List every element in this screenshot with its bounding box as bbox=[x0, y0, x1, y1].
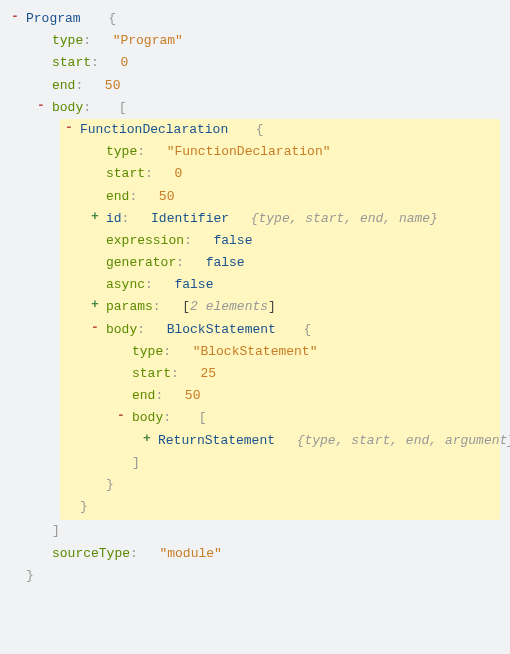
expand-icon[interactable]: + bbox=[88, 296, 102, 314]
node-function-declaration[interactable]: - FunctionDeclaration { type: bbox=[62, 119, 498, 518]
prop-start[interactable]: start: 0 bbox=[34, 52, 504, 74]
close-bracket: ] bbox=[52, 523, 60, 538]
prop-body[interactable]: - body: [ - FunctionDeclaration { bbox=[34, 97, 504, 543]
prop-value: 50 bbox=[105, 78, 121, 93]
prop-expression[interactable]: expression: false bbox=[88, 230, 498, 252]
collapse-icon[interactable]: - bbox=[114, 407, 128, 425]
type-label: ReturnStatement bbox=[158, 433, 275, 448]
type-label: Program bbox=[26, 11, 81, 26]
close-brace: } bbox=[26, 568, 34, 583]
prop-key: end bbox=[106, 189, 129, 204]
expand-icon[interactable]: + bbox=[88, 208, 102, 226]
prop-body-block[interactable]: - body: BlockStatement { bbox=[88, 319, 498, 497]
prop-value: false bbox=[206, 255, 245, 270]
prop-value: "BlockStatement" bbox=[193, 344, 318, 359]
prop-body-array[interactable]: - body: [ bbox=[114, 407, 498, 474]
prop-value: "module" bbox=[159, 546, 221, 561]
prop-value: 50 bbox=[185, 388, 201, 403]
collapsed-summary: {type, start, end, name} bbox=[251, 211, 438, 226]
collapse-icon[interactable]: - bbox=[62, 119, 76, 137]
type-label: Identifier bbox=[151, 211, 229, 226]
open-brace: { bbox=[108, 11, 116, 26]
close-brace: } bbox=[106, 477, 114, 492]
prop-async[interactable]: async: false bbox=[88, 274, 498, 296]
prop-key: sourceType bbox=[52, 546, 130, 561]
prop-key: type bbox=[52, 33, 83, 48]
prop-key: start bbox=[52, 55, 91, 70]
collapse-icon[interactable]: - bbox=[8, 8, 22, 26]
prop-key: params bbox=[106, 299, 153, 314]
prop-end[interactable]: end: 50 bbox=[88, 186, 498, 208]
prop-id[interactable]: + id: Identifier {type, start, end, name… bbox=[88, 208, 498, 230]
prop-start[interactable]: start: 25 bbox=[114, 363, 498, 385]
prop-key: expression bbox=[106, 233, 184, 248]
close-brace-row: } bbox=[80, 496, 498, 518]
ast-tree: - Program { type: "Program" start: 0 bbox=[0, 0, 510, 595]
prop-value: 25 bbox=[200, 366, 216, 381]
close-bracket-row: ] bbox=[132, 452, 498, 474]
collapse-icon[interactable]: - bbox=[34, 97, 48, 115]
expand-icon[interactable]: + bbox=[140, 430, 154, 448]
node-program[interactable]: - Program { type: "Program" start: 0 bbox=[8, 8, 504, 587]
prop-key: body bbox=[106, 322, 137, 337]
prop-key: start bbox=[132, 366, 171, 381]
prop-key: body bbox=[132, 410, 163, 425]
close-brace: } bbox=[80, 499, 88, 514]
prop-key: end bbox=[132, 388, 155, 403]
highlighted-node: - FunctionDeclaration { type: bbox=[60, 119, 500, 520]
close-bracket: ] bbox=[132, 455, 140, 470]
open-brace: { bbox=[256, 122, 264, 137]
prop-type[interactable]: type: "BlockStatement" bbox=[114, 341, 498, 363]
open-bracket: [ bbox=[182, 299, 190, 314]
prop-end[interactable]: end: 50 bbox=[114, 385, 498, 407]
prop-value: 0 bbox=[120, 55, 128, 70]
prop-key: type bbox=[106, 144, 137, 159]
prop-key: async bbox=[106, 277, 145, 292]
prop-source-type[interactable]: sourceType: "module" bbox=[34, 543, 504, 565]
open-bracket: [ bbox=[119, 100, 127, 115]
prop-key: generator bbox=[106, 255, 176, 270]
type-label: BlockStatement bbox=[167, 322, 276, 337]
prop-type[interactable]: type: "Program" bbox=[34, 30, 504, 52]
prop-key: end bbox=[52, 78, 75, 93]
type-label: FunctionDeclaration bbox=[80, 122, 228, 137]
prop-value: "FunctionDeclaration" bbox=[167, 144, 331, 159]
prop-value: 50 bbox=[159, 189, 175, 204]
open-brace: { bbox=[304, 322, 312, 337]
collapsed-summary: 2 elements bbox=[190, 299, 268, 314]
prop-value: "Program" bbox=[113, 33, 183, 48]
prop-start[interactable]: start: 0 bbox=[88, 163, 498, 185]
collapsed-summary: {type, start, end, argument} bbox=[297, 433, 510, 448]
prop-value: 0 bbox=[174, 166, 182, 181]
prop-params[interactable]: + params: [2 elements] bbox=[88, 296, 498, 318]
collapse-icon[interactable]: - bbox=[88, 319, 102, 337]
prop-value: false bbox=[174, 277, 213, 292]
open-bracket: [ bbox=[199, 410, 207, 425]
prop-key: start bbox=[106, 166, 145, 181]
prop-generator[interactable]: generator: false bbox=[88, 252, 498, 274]
close-brace-row: } bbox=[106, 474, 498, 496]
prop-key: body bbox=[52, 100, 83, 115]
prop-value: false bbox=[213, 233, 252, 248]
prop-end[interactable]: end: 50 bbox=[34, 75, 504, 97]
close-bracket-row: ] bbox=[52, 520, 504, 542]
prop-key: type bbox=[132, 344, 163, 359]
close-bracket: ] bbox=[268, 299, 276, 314]
close-brace-row: } bbox=[26, 565, 504, 587]
prop-key: id bbox=[106, 211, 122, 226]
program-header[interactable]: Program { bbox=[26, 8, 504, 30]
prop-type[interactable]: type: "FunctionDeclaration" bbox=[88, 141, 498, 163]
node-return-statement[interactable]: + ReturnStatement {type, start, end, arg… bbox=[140, 430, 498, 452]
